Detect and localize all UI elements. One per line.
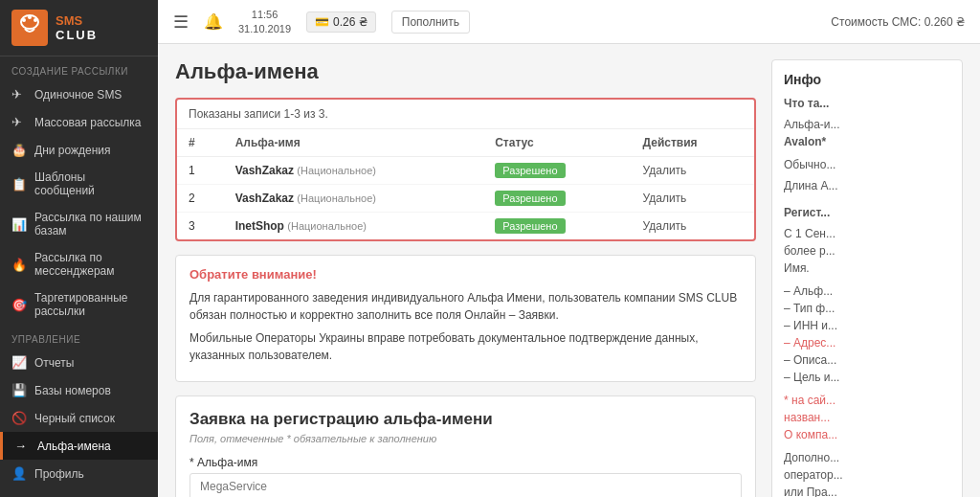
- topbar: ☰ 🔔 11:56 31.10.2019 💳 0.26 ₴ Пополнить …: [158, 0, 980, 44]
- sidebar-section-create: Создание рассылки ✈ Одиночное SMS ✈ Масс…: [0, 56, 158, 325]
- targeted-icon: 🎯: [11, 298, 27, 312]
- form-group-alpha: * Альфа-имя: [189, 456, 742, 497]
- sidebar-item-templates[interactable]: 📋 Шаблоны сообщений: [0, 164, 158, 204]
- delete-link[interactable]: Удалить: [643, 219, 687, 233]
- svg-point-2: [22, 18, 26, 22]
- logo-sms: SMS: [56, 13, 98, 28]
- sidebar-item-profile[interactable]: 👤 Профиль: [0, 460, 158, 487]
- menu-icon[interactable]: ☰: [173, 11, 189, 33]
- alpha-field-label: * Альфа-имя: [189, 456, 742, 469]
- info-text-what: Что та...: [784, 95, 950, 112]
- balance-value: 0.26 ₴: [333, 15, 368, 29]
- delete-link[interactable]: Удалить: [643, 192, 687, 205]
- notice-box: Обратите внимание! Для гарантированного …: [175, 255, 756, 382]
- row-action[interactable]: Удалить: [632, 157, 754, 185]
- delete-link[interactable]: Удалить: [643, 164, 687, 177]
- card-icon: 💳: [315, 15, 329, 29]
- sidebar-item-finance[interactable]: $ Финансовая история: [0, 487, 158, 497]
- sidebar-item-alpha-names[interactable]: → Альфа-имена: [0, 432, 158, 460]
- sidebar-item-label: Базы номеров: [34, 384, 111, 397]
- sidebar-item-label: Рассылка по мессенджерам: [34, 251, 146, 278]
- sidebar-section-label-manage: Управление: [0, 325, 158, 349]
- messenger-icon: 🔥: [11, 258, 27, 272]
- sidebar-item-messengers[interactable]: 🔥 Рассылка по мессенджерам: [0, 244, 158, 284]
- sidebar-item-label: Черный список: [34, 412, 115, 425]
- table-info: Показаны записи 1-3 из 3.: [177, 100, 754, 129]
- row-action[interactable]: Удалить: [632, 185, 754, 213]
- bell-icon[interactable]: 🔔: [204, 12, 223, 31]
- row-name: VashZakaz (Национальное): [224, 157, 484, 185]
- blacklist-icon: 🚫: [11, 411, 27, 425]
- alpha-name-input[interactable]: [189, 473, 742, 497]
- sidebar-item-blacklist[interactable]: 🚫 Черный список: [0, 404, 158, 432]
- sidebar-item-single-sms[interactable]: ✈ Одиночное SMS: [0, 80, 158, 108]
- sidebar-item-label: Шаблоны сообщений: [34, 170, 146, 197]
- datetime: 11:56 31.10.2019: [238, 8, 291, 35]
- register-title: Регист...: [784, 204, 950, 221]
- date-display: 31.10.2019: [238, 22, 291, 35]
- notice-title: Обратите внимание!: [189, 267, 742, 282]
- info-panel: Инфо Что та... Альфа-и...Avalon* Обычно.…: [771, 59, 963, 497]
- info-text-body: Альфа-и...Avalon*: [784, 116, 950, 150]
- info-panel-title: Инфо: [784, 72, 950, 87]
- status-badge: Разрешено: [495, 191, 565, 206]
- status-badge: Разрешено: [495, 163, 565, 178]
- logo-icon: [11, 10, 48, 46]
- notice-text-2: Мобильные Операторы Украины вправе потре…: [189, 329, 742, 364]
- logo-club: CLUB: [56, 28, 98, 42]
- col-num: #: [177, 129, 224, 157]
- replenish-button[interactable]: Пополнить: [391, 11, 470, 34]
- sidebar-item-targeted[interactable]: 🎯 Таргетированные рассылки: [0, 284, 158, 325]
- alpha-names-table: # Альфа-имя Статус Действия 1 VashZakaz …: [177, 129, 754, 239]
- template-icon: 📋: [11, 177, 27, 192]
- profile-icon: 👤: [11, 466, 27, 481]
- sidebar-item-label: Дни рождения: [34, 144, 111, 157]
- main-content: ☰ 🔔 11:56 31.10.2019 💳 0.26 ₴ Пополнить …: [158, 0, 980, 497]
- col-status: Статус: [483, 129, 631, 157]
- register-body: С 1 Сен...более р...Имя.: [784, 225, 950, 277]
- registration-form: Заявка на регистрацию альфа-имени Поля, …: [175, 395, 756, 497]
- logo: SMS CLUB: [0, 0, 158, 56]
- row-name: InetShop (Национальное): [224, 213, 484, 240]
- svg-point-3: [28, 15, 32, 19]
- table-row: 3 InetShop (Национальное) Разрешено Удал…: [177, 213, 754, 240]
- sidebar-item-number-bases[interactable]: 💾 Базы номеров: [0, 376, 158, 404]
- row-name: VashZakaz (Национальное): [224, 185, 484, 213]
- info-text-ordinary: Обычно...: [784, 156, 950, 173]
- table-row: 1 VashZakaz (Национальное) Разрешено Уда…: [177, 157, 754, 185]
- status-badge: Разрешено: [495, 218, 565, 234]
- sidebar-item-label: Таргетированные рассылки: [34, 291, 146, 318]
- notice-text-1: Для гарантированного заведения индивидуа…: [189, 289, 742, 324]
- row-status: Разрешено: [483, 185, 631, 213]
- balance-display: 💳 0.26 ₴: [306, 11, 376, 33]
- info-panel-container: Инфо Что та... Альфа-и...Avalon* Обычно.…: [771, 59, 963, 497]
- row-num: 3: [177, 213, 224, 240]
- sidebar-section-label-create: Создание рассылки: [0, 56, 158, 80]
- sidebar-item-reports[interactable]: 📈 Отчеты: [0, 349, 158, 376]
- send-mass-icon: ✈: [11, 115, 27, 129]
- row-num: 1: [177, 157, 224, 185]
- sidebar-item-label: Профиль: [34, 467, 84, 481]
- info-text-length: Длина А...: [784, 177, 950, 194]
- sidebar-item-label: Альфа-имена: [37, 440, 111, 453]
- birthday-icon: 🎂: [11, 143, 27, 157]
- table-row: 2 VashZakaz (Национальное) Разрешено Уда…: [177, 185, 754, 213]
- row-status: Разрешено: [483, 157, 631, 185]
- sidebar-item-label: Одиночное SMS: [34, 88, 122, 102]
- sidebar-section-manage: Управление 📈 Отчеты 💾 Базы номеров 🚫 Чер…: [0, 325, 158, 497]
- col-name: Альфа-имя: [224, 129, 484, 157]
- sidebar-item-birthday[interactable]: 🎂 Дни рождения: [0, 136, 158, 164]
- alpha-names-table-section: Показаны записи 1-3 из 3. # Альфа-имя Ст…: [175, 98, 756, 241]
- info-note-red: * на сай...назван...О компа...: [784, 392, 950, 443]
- sidebar-item-label: Массовая рассылка: [34, 116, 142, 129]
- row-action[interactable]: Удалить: [632, 213, 754, 240]
- send-icon: ✈: [11, 87, 27, 102]
- database-icon: 💾: [11, 383, 27, 397]
- sidebar-item-our-base[interactable]: 📊 Рассылка по нашим базам: [0, 204, 158, 244]
- sidebar-item-label: Отчеты: [34, 356, 74, 370]
- sidebar: SMS CLUB Создание рассылки ✈ Одиночное S…: [0, 0, 158, 497]
- sidebar-item-mass-sms[interactable]: ✈ Массовая рассылка: [0, 108, 158, 136]
- register-list: – Альф...– Тип ф...– ИНН и...– Адрес...–…: [784, 282, 950, 386]
- time-display: 11:56: [238, 8, 291, 21]
- form-hint: Поля, отмеченные * обязательные к заполн…: [189, 433, 742, 444]
